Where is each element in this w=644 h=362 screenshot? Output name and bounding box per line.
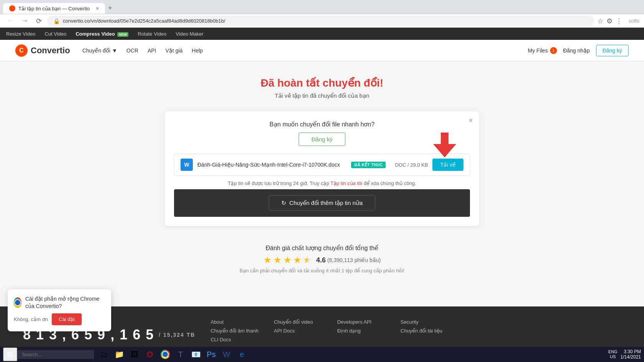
footer-top: Các file đã chuyển đổi: 8 1 3 , 6 5 9 , … [23, 319, 621, 343]
taskbar-icon-photos[interactable]: 🖼 [128, 347, 141, 361]
footer-link-api-docs[interactable]: API Docs [274, 328, 322, 334]
browser-actions: ☆ ⚙ ⋮ [597, 17, 623, 25]
softo-label: softo [629, 18, 639, 24]
star-1[interactable]: ★ [263, 255, 272, 265]
rating-score: 4.6 [316, 256, 326, 264]
main-content: Đã hoàn tất chuyển đổi! Tải về tập tin đ… [0, 61, 644, 291]
nav-pricing[interactable]: Vật giá [166, 48, 183, 54]
start-button[interactable]: ⊞ [3, 347, 17, 361]
toolbar-resize-video[interactable]: Resize Video [6, 31, 35, 37]
toolbar-video-maker[interactable]: Video Maker [176, 31, 204, 37]
card-close-button[interactable]: × [468, 116, 473, 125]
star-4[interactable]: ★ [293, 255, 302, 265]
footer-link-chuyen-doi-video[interactable]: Chuyển đổi video [274, 319, 322, 325]
back-button[interactable]: ← [5, 16, 16, 26]
footer-links: About Chuyển đổi video Developers API Se… [210, 319, 449, 342]
nav-chuyen-doi[interactable]: Chuyển đổi ▼ [82, 48, 117, 54]
ext-install-button[interactable]: Cài đặt [52, 313, 82, 325]
promo-section: Bạn muốn chuyển đổi file nhanh hơn? Đăng… [174, 121, 470, 146]
nav-chuyen-doi-label: Chuyển đổi [82, 48, 110, 54]
chrome-icon [14, 297, 21, 308]
extensions-icon[interactable]: ⚙ [606, 17, 613, 25]
taskbar-icon-files[interactable]: 📁 [112, 347, 126, 361]
menu-icon[interactable]: ⋮ [616, 17, 623, 25]
tab-title: Tải tập tin của bạn — Convertio [18, 6, 90, 11]
rating-count: (8,390,113 phiếu bầu) [327, 257, 381, 263]
file-icon: W [181, 159, 193, 171]
arrow-shaft [441, 133, 449, 144]
my-files-button[interactable]: My Files 1 [528, 47, 557, 54]
logo-text: Convertio [31, 46, 70, 56]
tab-favicon [9, 5, 15, 11]
ext-buttons: Không, cảm ơn Cài đặt [14, 313, 105, 325]
taskbar-search[interactable] [17, 350, 94, 359]
convert-more-label: Chuyển đổi thêm tập tin nữa [289, 200, 363, 206]
url-bar[interactable]: 🔒 convertio.co/vn/download/05e7e2d254c2a… [47, 16, 594, 26]
toolbar-rotate-video[interactable]: Rotate Video [138, 31, 166, 37]
arrow-head [433, 144, 456, 157]
forward-button[interactable]: → [19, 16, 31, 26]
ext-title: Cài đặt phần mở rộng Chrome của Converti… [25, 295, 105, 310]
footer-counter-suffix: / 15,324 TB [159, 332, 195, 338]
convert-more-bar: ↻ Chuyển đổi thêm tập tin nữa [174, 189, 470, 217]
download-button[interactable]: Tải về [432, 159, 463, 171]
register-button[interactable]: Đăng ký [596, 45, 629, 56]
my-files-link[interactable]: Tập tin của tôi [330, 180, 362, 186]
logo[interactable]: C Convertio [15, 44, 70, 57]
promo-register-button[interactable]: Đăng ký [299, 133, 345, 146]
logo-icon: C [15, 44, 28, 57]
nav-help[interactable]: Help [192, 48, 203, 54]
taskbar-icon-opera[interactable]: O [143, 347, 157, 361]
taskbar-date: 1/14/2021 [621, 354, 641, 360]
main-navbar: C Convertio Chuyển đổi ▼ OCR API Vật giá… [0, 40, 644, 61]
my-files-count: 1 [550, 47, 557, 54]
taskbar-lang: ENGUS [608, 349, 618, 359]
taskbar-datetime: 3:30 PM 1/14/2021 [621, 349, 641, 360]
file-status-badge: ĐÃ KẾT THÚC [351, 162, 386, 168]
footer-link-chuyen-doi-tai-lieu[interactable]: Chuyển đổi tài liệu [401, 328, 449, 334]
reload-button[interactable]: ⟳ [34, 16, 44, 26]
new-tab-button[interactable]: + [105, 3, 115, 14]
conversion-card: × Bạn muốn chuyển đổi file nhanh hơn? Đă… [165, 111, 479, 226]
footer-link-dinh-dang[interactable]: Định dạng [337, 328, 385, 334]
bookmark-icon[interactable]: ☆ [597, 17, 603, 25]
taskbar: ⊞ 🗂 📁 🖼 O T 📧 Ps W e ENGUS 3:30 PM 1/14/… [0, 347, 644, 362]
taskbar-icon-word[interactable]: W [220, 347, 233, 361]
convert-more-button[interactable]: ↻ Chuyển đổi thêm tập tin nữa [269, 195, 375, 211]
taskbar-icon-chrome-ext[interactable] [158, 347, 172, 361]
taskbar-icon-mail[interactable]: 📧 [189, 347, 203, 361]
taskbar-icon-windows[interactable]: 🗂 [97, 347, 111, 361]
top-toolbar: Resize Video Cut Video Compress Video NE… [0, 28, 644, 40]
file-info: DOC / 29.0 KB [395, 162, 428, 168]
lock-icon: 🔒 [53, 18, 60, 24]
toolbar-cut-video[interactable]: Cut Video [44, 31, 66, 37]
nav-api[interactable]: API [148, 48, 156, 54]
star-2[interactable]: ★ [273, 255, 282, 265]
ext-header: Cài đặt phần mở rộng Chrome của Converti… [14, 295, 105, 310]
taskbar-app-icons: 🗂 📁 🖼 O T 📧 Ps W e [97, 347, 249, 361]
toolbar-compress-video[interactable]: Compress Video NEW [76, 31, 128, 37]
download-arrow [433, 133, 456, 159]
login-button[interactable]: Đăng nhập [563, 48, 590, 54]
active-tab[interactable]: Tải tập tin của bạn — Convertio × [3, 3, 105, 14]
taskbar-icon-photoshop[interactable]: Ps [204, 347, 218, 361]
footer-link-security[interactable]: Security [401, 319, 449, 325]
file-note-prefix: Tập tin sẽ được lưu trữ trong 24 giờ. Tr… [228, 180, 330, 186]
ext-no-button[interactable]: Không, cảm ơn [14, 316, 48, 322]
footer-link-about[interactable]: About [210, 319, 258, 325]
star-3[interactable]: ★ [283, 255, 292, 265]
file-note: Tập tin sẽ được lưu trữ trong 24 giờ. Tr… [174, 180, 470, 186]
taskbar-icon-teams[interactable]: T [174, 347, 187, 361]
footer-link-cli-docs[interactable]: CLI Docs [210, 337, 258, 342]
star-5[interactable]: ★★ [303, 255, 312, 265]
nav-ocr[interactable]: OCR [127, 48, 138, 54]
file-name: Đánh-Giá-Hiệu-Năng-Sức-Mạnh-Intel-Core-i… [197, 162, 347, 168]
taskbar-icon-edge[interactable]: e [235, 347, 249, 361]
nav-links: Chuyển đổi ▼ OCR API Vật giá Help [82, 48, 528, 54]
footer-link-developers-api[interactable]: Developers API [337, 319, 385, 325]
file-row: W Đánh-Giá-Hiệu-Năng-Sức-Mạnh-Intel-Core… [174, 154, 470, 176]
star-rating: ★ ★ ★ ★ ★★ 4.6 (8,390,113 phiếu bầu) [8, 255, 636, 265]
tab-close-button[interactable]: × [96, 5, 99, 11]
footer-link-chuyen-doi-am-thanh[interactable]: Chuyển đổi âm thanh [210, 328, 258, 334]
taskbar-time: 3:30 PM [621, 349, 641, 354]
